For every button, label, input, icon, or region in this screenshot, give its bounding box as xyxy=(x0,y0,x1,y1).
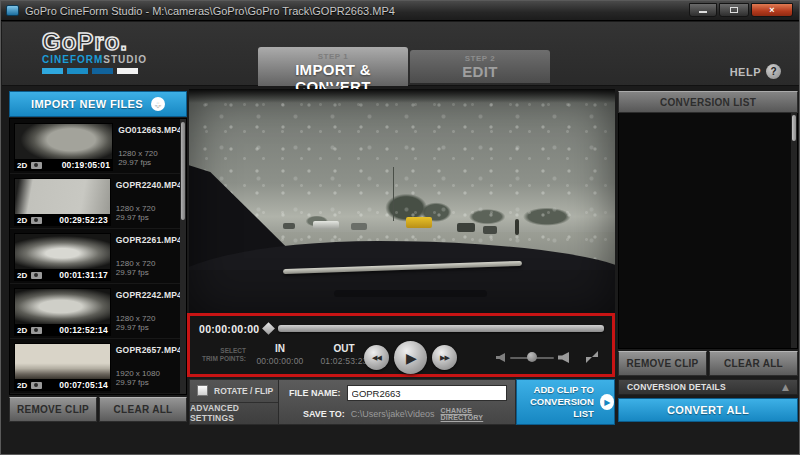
advanced-settings-label: ADVANCED SETTINGS xyxy=(190,403,278,423)
conversion-panel: CONVERSION LIST REMOVE CLIP CLEAR ALL CO… xyxy=(618,91,798,422)
play-icon: ▶ xyxy=(406,350,417,366)
conversion-remove-clip-button[interactable]: REMOVE CLIP xyxy=(618,351,707,376)
volume-low-icon[interactable] xyxy=(496,353,505,362)
rewind-button[interactable]: ◀◀ xyxy=(364,345,389,370)
clip-thumbnail: 2D 00:19:05:01 xyxy=(14,123,113,171)
clip-resolution: 1280 x 720 xyxy=(116,314,182,323)
file-name-input[interactable] xyxy=(347,385,508,401)
add-clip-to-conversion-list-button[interactable]: ADD CLIP TO CONVERSION LIST ▶ xyxy=(516,379,615,425)
clip-thumbnail-image xyxy=(15,124,112,159)
playhead-diamond[interactable] xyxy=(262,322,275,335)
clip-mode-badge: 2D xyxy=(17,271,27,280)
conversion-clear-all-button[interactable]: CLEAR ALL xyxy=(709,351,798,376)
convert-settings-strip: ROTATE / FLIP ADVANCED SETTINGS FILE NAM… xyxy=(189,379,615,425)
tab-label: EDIT xyxy=(410,63,550,80)
clip-framerate: 29.97 fps xyxy=(116,213,182,222)
conversion-details-bar[interactable]: CONVERSION DETAILS ▲ xyxy=(618,379,798,395)
clip-thumbnail-image xyxy=(15,344,110,379)
file-name-label: FILE NAME: xyxy=(289,388,341,398)
app-header: GoPro. CINEFORMSTUDIO STEP 1 IMPORT & CO… xyxy=(2,22,799,86)
clip-filename: GOPR2657.MP4 xyxy=(116,345,182,355)
fullscreen-icon[interactable] xyxy=(586,351,598,363)
clear-all-label: CLEAR ALL xyxy=(114,404,173,415)
tab-step-label: STEP 1 xyxy=(258,52,408,61)
volume-knob[interactable] xyxy=(527,352,537,362)
clip-thumbnail: 2D 00:12:52:14 xyxy=(14,288,111,336)
conversion-list-header: CONVERSION LIST xyxy=(618,91,798,113)
import-new-files-button[interactable]: IMPORT NEW FILES + xyxy=(9,91,187,117)
list-item[interactable]: 2D 00:12:52:14 GOPR2242.MP4 1280 x 720 2… xyxy=(10,284,186,339)
clip-filename: GOPR2240.MP4 xyxy=(116,180,182,190)
timeline-scrubber[interactable] xyxy=(278,325,604,332)
rotate-flip-toggle[interactable]: ROTATE / FLIP xyxy=(190,380,278,403)
clip-list: 2D 00:19:05:01 GO012663.MP4 1280 x 720 2… xyxy=(9,118,187,395)
clip-duration: 00:29:52:23 xyxy=(59,215,108,225)
remove-clip-label: REMOVE CLIP xyxy=(17,404,89,415)
scrollbar-thumb[interactable] xyxy=(792,115,796,141)
logo-studio: STUDIO xyxy=(103,54,147,65)
fast-forward-button[interactable]: ▶▶ xyxy=(432,345,457,370)
camera-icon xyxy=(31,382,42,389)
chevron-up-icon[interactable]: ▲ xyxy=(782,382,789,392)
file-save-box: FILE NAME: SAVE TO: C:\Users\jake\Videos… xyxy=(279,379,516,425)
maximize-icon xyxy=(730,7,738,13)
clip-framerate: 29.97 fps xyxy=(118,158,182,167)
clip-list-scrollbar[interactable] xyxy=(180,119,186,394)
conversion-list-title: CONVERSION LIST xyxy=(660,97,756,108)
list-item[interactable]: 2D 00:19:05:01 GO012663.MP4 1280 x 720 2… xyxy=(10,119,186,174)
playback-controls: 00:00:00:00 SELECT TRIM POINTS: IN 00:00… xyxy=(187,313,615,377)
clear-all-button[interactable]: CLEAR ALL xyxy=(99,397,187,422)
video-vignette xyxy=(189,89,615,313)
window-title: GoPro CineForm Studio - M:\cameras\GoPro… xyxy=(25,5,395,17)
camera-icon xyxy=(31,217,42,224)
minimize-button[interactable] xyxy=(689,3,717,17)
list-item[interactable]: 2D 00:07:05:14 GOPR2657.MP4 1920 x 1080 … xyxy=(10,339,186,394)
play-button[interactable]: ▶ xyxy=(394,341,427,374)
scrollbar-thumb[interactable] xyxy=(181,122,185,220)
tab-import-convert[interactable]: STEP 1 IMPORT & CONVERT xyxy=(258,47,408,86)
advanced-settings-button[interactable]: ADVANCED SETTINGS xyxy=(190,403,278,425)
add-clip-play-icon: ▶ xyxy=(600,394,614,410)
conversion-list-scrollbar[interactable] xyxy=(791,113,797,348)
conversion-details-label: CONVERSION DETAILS xyxy=(627,382,726,392)
rewind-icon: ◀◀ xyxy=(372,354,381,362)
in-value: 00:00:00:00 xyxy=(252,356,308,366)
remove-clip-label: REMOVE CLIP xyxy=(626,358,698,369)
close-icon: × xyxy=(769,5,774,15)
save-to-label: SAVE TO: xyxy=(303,409,345,419)
clip-thumbnail: 2D 00:29:52:23 xyxy=(14,178,111,226)
close-button[interactable]: × xyxy=(751,3,793,17)
remove-clip-button[interactable]: REMOVE CLIP xyxy=(9,397,97,422)
rotate-flip-label: ROTATE / FLIP xyxy=(214,386,273,396)
help-button[interactable]: HELP ? xyxy=(730,64,781,79)
rotate-flip-checkbox[interactable] xyxy=(197,385,208,396)
clip-resolution: 1280 x 720 xyxy=(116,259,182,268)
import-button-label: IMPORT NEW FILES xyxy=(31,98,143,110)
video-preview xyxy=(189,89,615,313)
clip-filename: GOPR2261.MP4 xyxy=(116,235,182,245)
list-item[interactable]: 2D 00:01:31:17 GOPR2261.MP4 1280 x 720 2… xyxy=(10,229,186,284)
tab-edit[interactable]: STEP 2 EDIT xyxy=(410,50,550,83)
maximize-button[interactable] xyxy=(719,3,749,17)
conversion-list-area[interactable] xyxy=(618,113,798,349)
clip-framerate: 29.97 fps xyxy=(116,268,182,277)
logo-cineform: CINEFORM xyxy=(42,54,103,65)
camera-icon xyxy=(31,327,42,334)
list-item[interactable]: 2D 00:29:52:23 GOPR2240.MP4 1280 x 720 2… xyxy=(10,174,186,229)
convert-all-button[interactable]: CONVERT ALL xyxy=(618,398,798,422)
help-label: HELP xyxy=(730,66,761,78)
clip-resolution: 1280 x 720 xyxy=(116,204,182,213)
change-directory-link[interactable]: CHANGE DIRECTORY xyxy=(441,407,507,421)
title-bar[interactable]: GoPro CineForm Studio - M:\cameras\GoPro… xyxy=(1,1,799,21)
minimize-icon xyxy=(699,11,707,13)
volume-high-icon[interactable] xyxy=(558,352,569,363)
camera-icon xyxy=(31,162,42,169)
clip-duration: 00:12:52:14 xyxy=(59,325,108,335)
convert-all-label: CONVERT ALL xyxy=(667,404,749,416)
clip-duration: 00:19:05:01 xyxy=(62,160,111,170)
clip-framerate: 29.97 fps xyxy=(116,323,182,332)
rotate-advanced-box: ROTATE / FLIP ADVANCED SETTINGS xyxy=(189,379,279,425)
clip-resolution: 1280 x 720 xyxy=(118,149,182,158)
fast-forward-icon: ▶▶ xyxy=(440,354,449,362)
camera-icon xyxy=(31,272,42,279)
